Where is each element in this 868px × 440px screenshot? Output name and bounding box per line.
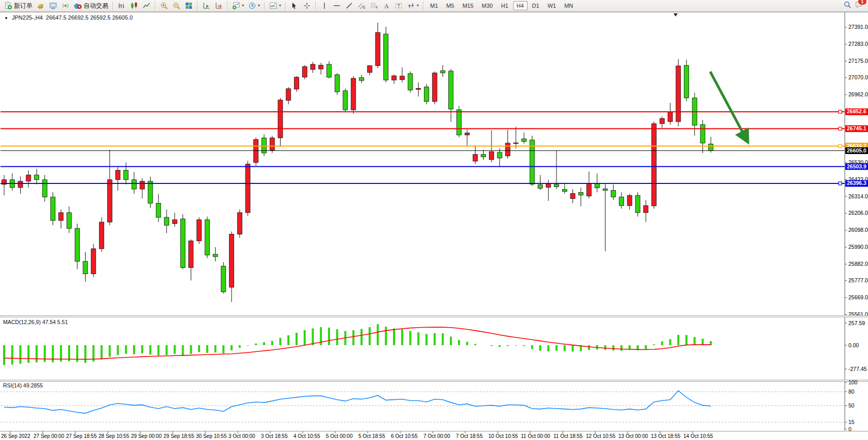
price-tick-label: 25669.0 [848, 294, 868, 300]
candle-body [367, 66, 372, 73]
zoom-out-button[interactable] [170, 0, 183, 11]
auto-scroll-button[interactable] [200, 0, 212, 11]
chart-title-dropdown-icon[interactable]: ▼ [4, 16, 8, 21]
profiles-button[interactable]: ▾ [246, 0, 262, 11]
candlestick-chart-button[interactable] [128, 0, 140, 11]
notifications-button[interactable]: 1 [855, 1, 863, 11]
search-icon[interactable] [843, 1, 851, 11]
price-tick-label: 27070.0 [848, 74, 868, 80]
candle-body [91, 249, 96, 274]
timeframe-h1-button[interactable]: H1 [497, 1, 512, 10]
candle-body [213, 254, 218, 257]
candle-body [26, 175, 31, 181]
text-label-button[interactable]: T [392, 0, 405, 11]
new-order-button[interactable]: 新订单 [2, 0, 35, 11]
time-tick-label: 30 Sep 10:55 [196, 433, 227, 439]
hline-handle[interactable] [839, 145, 842, 148]
time-tick-label: 28 Sep 10:55 [99, 433, 129, 439]
candle-body [319, 65, 323, 69]
chevron-down-icon[interactable]: ▾ [417, 4, 419, 8]
candle-body [676, 66, 681, 122]
candle-body [197, 219, 202, 241]
crosshair-button[interactable] [301, 0, 313, 11]
candle-body [505, 143, 510, 156]
chevron-down-icon[interactable]: ▾ [242, 4, 244, 8]
text-button[interactable]: A [380, 0, 392, 11]
candle-body [124, 170, 128, 179]
horizontal-line-button[interactable] [331, 0, 343, 11]
hline-handle[interactable] [839, 110, 842, 113]
separator-rsi[interactable] [0, 380, 868, 382]
macd-tick-label: 257.59 [848, 320, 865, 326]
line-chart-button[interactable] [140, 0, 153, 11]
price-tick-label: 26962.0 [848, 91, 868, 97]
rsi-indicator-label: RSI(14) 49.2855 [3, 382, 43, 388]
arrows-button[interactable]: ▾ [405, 0, 421, 11]
candle-body [67, 213, 72, 228]
tile-windows-button[interactable] [183, 0, 195, 11]
text-icon: A [382, 2, 390, 10]
chevron-down-icon[interactable]: ▾ [258, 4, 260, 8]
auto-trading-label: 自动交易 [84, 2, 108, 10]
timeframe-mn-button[interactable]: MN [561, 1, 577, 10]
candle-body [660, 119, 664, 124]
candle-body [522, 139, 527, 142]
candle-body [465, 133, 469, 135]
candle-body [408, 74, 413, 90]
svg-text:F: F [376, 6, 378, 9]
cursor-button[interactable] [288, 0, 301, 11]
signals-button[interactable] [59, 0, 72, 11]
rsi-tick-label: 80 [848, 388, 855, 395]
text-label-icon: T [395, 2, 403, 10]
rsi-tick-label: 50 [848, 402, 855, 409]
candle-body [181, 219, 185, 267]
time-tick-label: 11 Oct 18:55 [553, 433, 583, 439]
candle-body [343, 91, 348, 110]
candle-body [392, 76, 397, 80]
timeframe-m30-button[interactable]: M30 [478, 1, 496, 10]
auto-trading-button[interactable]: 自动交易 [72, 0, 110, 11]
new-chart-button[interactable]: ▾ [230, 0, 246, 11]
toolbar-separator [264, 2, 265, 10]
timeframe-d1-button[interactable]: D1 [529, 1, 543, 10]
notification-badge: 1 [858, 0, 866, 5]
bar-chart-button[interactable] [116, 0, 128, 11]
timeframe-m15-button[interactable]: M15 [459, 1, 477, 10]
fibonacci-retracement-icon: F [370, 2, 378, 10]
timeframe-h4-button[interactable]: H4 [513, 1, 528, 10]
rsi-tick-label: 15 [848, 419, 855, 425]
time-tick-label: 4 Oct 10:55 [293, 433, 320, 439]
macd-indicator-label: MACD(12,26,9) 47.54 5.51 [3, 319, 68, 325]
indicators-list-button[interactable]: ▾ [267, 0, 283, 11]
new-chart-icon [232, 2, 240, 10]
equidistant-channel-button[interactable]: E [355, 0, 368, 11]
timeframe-w1-button[interactable]: W1 [544, 1, 560, 10]
hline-handle[interactable] [839, 182, 842, 185]
rsi-tick-label: 100 [848, 379, 858, 385]
time-tick-label: 3 Oct 00:00 [228, 433, 255, 439]
candle-body [635, 195, 640, 213]
timeframe-m5-button[interactable]: M5 [443, 1, 457, 10]
chart-window-button[interactable] [35, 0, 47, 11]
vertical-line-button[interactable] [318, 0, 331, 11]
chevron-down-icon[interactable]: ▾ [279, 4, 281, 8]
price-tick-label: 26206.0 [848, 210, 868, 216]
price-tag-26396.3: 26396.3 [845, 180, 868, 187]
arrows-icon [407, 2, 415, 10]
market-watch-button[interactable] [47, 0, 59, 11]
timeframe-m1-button[interactable]: M1 [427, 1, 441, 10]
candle-body [554, 184, 559, 187]
hline-handle[interactable] [839, 127, 842, 130]
time-tick-label: 3 Oct 18:55 [261, 433, 288, 439]
chart-symbol-timeframe: JPN225-,H4 [12, 14, 43, 21]
chart-canvas[interactable]: 27391.027283.027175.027070.026962.026530… [0, 0, 868, 440]
zoom-in-button[interactable] [158, 0, 170, 11]
candle-body [432, 73, 437, 101]
candle-body [351, 78, 356, 110]
chart-shift-button[interactable] [212, 0, 225, 11]
candle-body [230, 234, 234, 287]
separator-macd[interactable] [0, 316, 868, 317]
mt4-window: 新订单自动交易▾▾▾EFAT▾M1M5M15M30H1H4D1W1MN1 ▼ J… [0, 0, 868, 440]
fibonacci-retracement-button[interactable]: F [368, 0, 380, 11]
trend-line-button[interactable] [343, 0, 355, 11]
